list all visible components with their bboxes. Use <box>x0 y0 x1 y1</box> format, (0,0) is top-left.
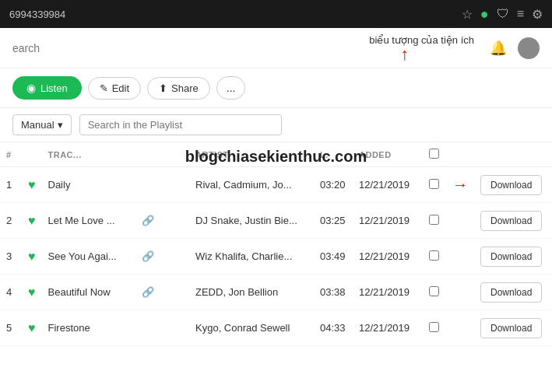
more-label: ... <box>227 82 236 94</box>
download-button[interactable]: Download <box>480 318 542 338</box>
cell-length: 03:25 <box>314 203 353 239</box>
cell-link-icon: 🔗 <box>135 239 190 275</box>
heart-icon[interactable]: ♥ <box>28 250 36 263</box>
star-icon[interactable]: ☆ <box>462 7 473 22</box>
cell-link-icon <box>135 310 190 346</box>
cell-track: Beautiful Now <box>42 275 135 310</box>
top-bar-title: 6994339984 <box>9 9 65 20</box>
heart-icon[interactable]: ♥ <box>28 178 36 191</box>
shield-icon[interactable]: 🛡 <box>497 7 509 21</box>
cell-heart[interactable]: ♥ <box>22 167 42 203</box>
playlist-search-input[interactable] <box>79 114 282 135</box>
user-avatar[interactable] <box>518 37 540 59</box>
cell-heart[interactable]: ♥ <box>22 310 42 346</box>
col-header-heart <box>22 142 42 167</box>
cell-length: 03:49 <box>314 239 353 275</box>
listen-label: Listen <box>40 82 68 94</box>
heart-icon[interactable]: ♥ <box>28 285 36 299</box>
track-table: # TRAC... ARTIST L. ADDED 1 ♥ Daily Riva… <box>0 142 552 346</box>
row-checkbox[interactable] <box>429 286 439 296</box>
dropdown-chevron-icon: ▾ <box>58 119 63 131</box>
table-header-row: # TRAC... ARTIST L. ADDED <box>0 142 552 167</box>
share-button[interactable]: ⬆ Share <box>147 77 210 100</box>
cell-heart[interactable]: ♥ <box>22 239 42 275</box>
col-header-track: TRAC... <box>42 142 135 167</box>
cell-checkbox[interactable] <box>423 167 446 203</box>
select-all-checkbox[interactable] <box>429 149 439 159</box>
table-row: 5 ♥ Firestone Kygo, Conrad Sewell 04:33 … <box>0 310 552 346</box>
cell-link-icon: 🔗 <box>135 203 190 239</box>
cell-download[interactable]: Download <box>474 239 552 275</box>
col-header-added: ADDED <box>353 142 423 167</box>
col-header-arrow <box>446 142 474 167</box>
manual-label: Manual <box>21 119 54 131</box>
cell-checkbox[interactable] <box>423 239 446 275</box>
main-search-input[interactable] <box>12 42 324 54</box>
cell-arrow <box>446 239 474 275</box>
col-header-download <box>474 142 552 167</box>
table-row: 1 ♥ Daily Rival, Cadmium, Jo... 03:20 12… <box>0 167 552 203</box>
cell-num: 2 <box>0 203 22 239</box>
cell-artist: ZEDD, Jon Bellion <box>189 275 314 310</box>
cell-track: Firestone <box>42 310 135 346</box>
cell-added: 12/21/2019 <box>353 310 423 346</box>
share-label: Share <box>171 82 199 94</box>
table-row: 2 ♥ Let Me Love ... 🔗 DJ Snake, Justin B… <box>0 203 552 239</box>
cell-added: 12/21/2019 <box>353 203 423 239</box>
row-checkbox[interactable] <box>429 179 439 189</box>
search-bar-row: 🔔 <box>0 28 552 68</box>
cell-length: 04:33 <box>314 310 353 346</box>
heart-icon[interactable]: ♥ <box>28 321 36 334</box>
cell-link-icon <box>135 167 190 203</box>
cell-artist: Rival, Cadmium, Jo... <box>189 167 314 203</box>
cell-checkbox[interactable] <box>423 310 446 346</box>
listen-button[interactable]: ◉ Listen <box>12 76 82 100</box>
more-button[interactable]: ... <box>216 76 246 100</box>
cell-arrow <box>446 203 474 239</box>
cell-heart[interactable]: ♥ <box>22 203 42 239</box>
cell-download[interactable]: Download <box>474 203 552 239</box>
row-checkbox[interactable] <box>429 215 439 225</box>
download-button[interactable]: Download <box>480 247 542 267</box>
cell-length: 03:20 <box>314 167 353 203</box>
edit-icon: ✎ <box>100 82 108 94</box>
top-bar: 6994339984 ☆ ● 🛡 ≡ ⚙ <box>0 0 552 28</box>
cell-added: 12/21/2019 <box>353 239 423 275</box>
heart-icon[interactable]: ♥ <box>28 214 36 227</box>
cell-checkbox[interactable] <box>423 275 446 310</box>
edit-label: Edit <box>112 82 129 94</box>
download-button[interactable]: Download <box>480 282 542 303</box>
cell-track: Daily <box>42 167 135 203</box>
row-checkbox[interactable] <box>429 322 439 332</box>
cell-arrow: → <box>446 167 474 203</box>
cell-download[interactable]: Download <box>474 275 552 310</box>
table-row: 3 ♥ See You Agai... 🔗 Wiz Khalifa, Charl… <box>0 239 552 275</box>
settings-icon[interactable]: ⚙ <box>532 7 543 22</box>
cell-length: 03:38 <box>314 275 353 310</box>
download-button[interactable]: Download <box>480 211 542 231</box>
col-header-link <box>135 142 190 167</box>
cell-download[interactable]: Download <box>474 167 552 203</box>
download-button[interactable]: Download <box>480 175 542 195</box>
col-header-num: # <box>0 142 22 167</box>
row-checkbox[interactable] <box>429 250 439 261</box>
list-icon[interactable]: ≡ <box>517 7 524 21</box>
page-wrapper: 6994339984 ☆ ● 🛡 ≡ ⚙ biểu tượng của tiện… <box>0 0 552 392</box>
col-header-length: L. <box>314 142 353 167</box>
cell-arrow <box>446 310 474 346</box>
cell-heart[interactable]: ♥ <box>22 275 42 310</box>
manual-dropdown[interactable]: Manual ▾ <box>12 114 72 135</box>
cell-arrow <box>446 275 474 310</box>
listen-circle-icon: ◉ <box>26 82 36 94</box>
bell-icon[interactable]: 🔔 <box>490 40 507 57</box>
extension-icon[interactable]: ● <box>480 6 489 23</box>
edit-button[interactable]: ✎ Edit <box>88 77 141 100</box>
cell-track: See You Agai... <box>42 239 135 275</box>
filter-row: Manual ▾ <box>0 108 552 142</box>
cell-num: 3 <box>0 239 22 275</box>
cell-num: 5 <box>0 310 22 346</box>
top-bar-icons: ☆ ● 🛡 ≡ ⚙ <box>462 6 543 23</box>
cell-checkbox[interactable] <box>423 203 446 239</box>
cell-download[interactable]: Download <box>474 310 552 346</box>
cell-added: 12/21/2019 <box>353 167 423 203</box>
